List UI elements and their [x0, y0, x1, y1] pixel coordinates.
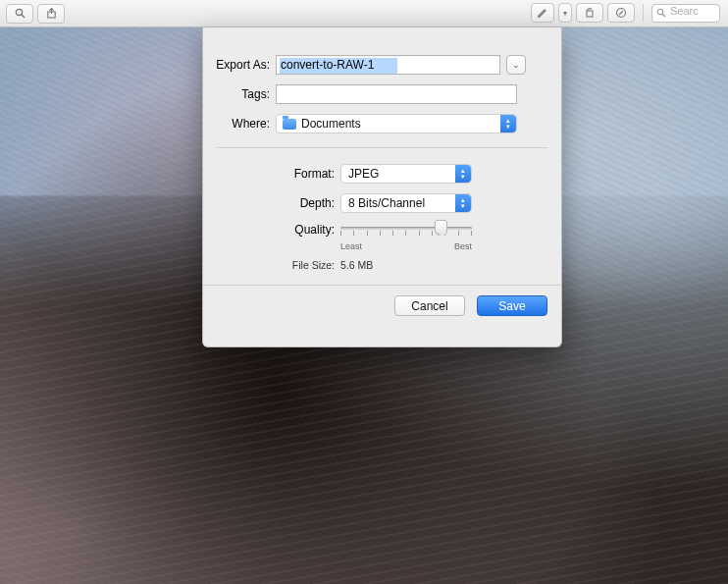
- slider-thumb[interactable]: [435, 220, 447, 235]
- filesize-value: 5.6 MB: [340, 259, 373, 271]
- cancel-button[interactable]: Cancel: [394, 295, 465, 316]
- where-label: Where:: [203, 117, 276, 131]
- edit-icon: [615, 7, 627, 19]
- svg-point-6: [657, 9, 663, 15]
- window-toolbar: convert-to-RAW-1... ▾ Searc: [0, 0, 728, 27]
- depth-select[interactable]: 8 Bits/Channel ▴▾: [340, 193, 472, 213]
- filesize-label: File Size:: [203, 259, 340, 271]
- pencil-icon: [537, 7, 548, 19]
- updown-icon: ▴▾: [455, 165, 471, 183]
- svg-point-0: [16, 9, 22, 15]
- rotate-icon: [584, 7, 596, 19]
- rotate-button[interactable]: [576, 3, 603, 23]
- format-select[interactable]: JPEG ▴▾: [340, 164, 472, 184]
- zoom-button[interactable]: [6, 4, 33, 24]
- quality-best-label: Best: [454, 241, 472, 251]
- quality-label: Quality:: [203, 221, 340, 237]
- export-dialog: Export As: ⌄ Tags: Where: Documents ▴▾ F…: [202, 27, 562, 347]
- slider-track: [340, 227, 472, 230]
- chevron-down-icon: ⌄: [512, 60, 520, 70]
- where-select[interactable]: Documents ▴▾: [276, 114, 517, 133]
- share-icon: [46, 8, 57, 19]
- quality-least-label: Least: [340, 241, 362, 251]
- chevron-down-icon: ▾: [563, 9, 567, 18]
- save-button[interactable]: Save: [477, 295, 547, 316]
- tags-input[interactable]: [276, 84, 517, 104]
- folder-icon: [283, 119, 296, 130]
- markup-button[interactable]: [531, 3, 554, 23]
- search-placeholder: Searc: [670, 5, 699, 17]
- updown-icon: ▴▾: [455, 194, 471, 212]
- export-as-input[interactable]: [276, 55, 500, 75]
- updown-icon: ▴▾: [500, 115, 516, 133]
- divider: [203, 285, 561, 286]
- divider: [217, 147, 547, 148]
- slider-ticks: [340, 231, 472, 236]
- search-field[interactable]: Searc: [651, 4, 720, 23]
- magnifier-icon: [15, 8, 26, 19]
- svg-line-1: [22, 15, 25, 18]
- markup-dropdown[interactable]: ▾: [558, 3, 572, 23]
- disclose-button[interactable]: ⌄: [506, 55, 526, 75]
- quality-slider[interactable]: Least Best: [340, 225, 472, 251]
- toolbar-separator: [643, 4, 644, 22]
- where-value: Documents: [301, 117, 361, 131]
- depth-label: Depth:: [203, 196, 340, 210]
- export-as-label: Export As:: [203, 58, 276, 72]
- share-button[interactable]: [37, 4, 65, 24]
- svg-rect-4: [587, 11, 593, 17]
- format-label: Format:: [203, 167, 340, 181]
- tags-label: Tags:: [203, 87, 276, 101]
- svg-line-7: [662, 14, 665, 17]
- depth-value: 8 Bits/Channel: [348, 196, 425, 210]
- search-icon: [656, 8, 666, 20]
- format-value: JPEG: [348, 167, 379, 181]
- edit-button[interactable]: [607, 3, 635, 23]
